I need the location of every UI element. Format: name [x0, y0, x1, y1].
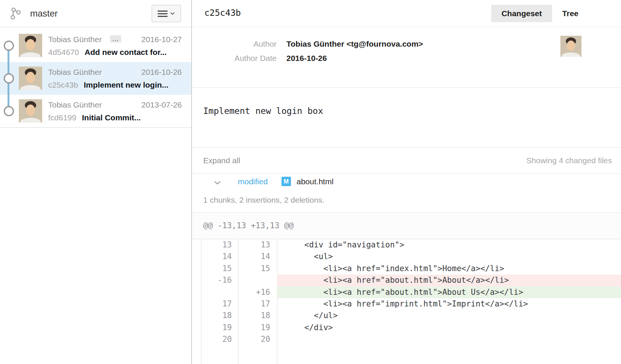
- diff-line: 20 20: [192, 334, 621, 345]
- commit-row-line1: Tobias Günther 2013-07-26: [48, 100, 182, 110]
- diff-line: 14 14 <ul>: [192, 251, 621, 262]
- commit-hash: c25c43b: [48, 80, 78, 89]
- branch-name: master: [30, 8, 58, 19]
- code-text: <li><a href="about.html">About</a></li>: [277, 275, 621, 286]
- commit-sha-title: c25c43b: [204, 8, 241, 18]
- old-line-number: 19: [192, 322, 238, 334]
- new-line-number: 20: [238, 334, 277, 345]
- avatar: [19, 99, 42, 123]
- app-window: master Tobias Günther... 2016-10-27: [0, 0, 621, 364]
- code-text: <div id="navigation">: [277, 239, 621, 251]
- code-text: </ul>: [277, 310, 621, 322]
- hamburger-menu-icon: [158, 9, 167, 18]
- detail-panel: c25c43b Changeset Tree AuthorTobias Günt…: [192, 0, 621, 364]
- old-line-number: 14: [192, 251, 238, 262]
- commit-meta-section: AuthorTobias Günther <tg@fournova.com> A…: [192, 27, 621, 87]
- diff-line: 18 18 </ul>: [192, 310, 621, 322]
- avatar: [19, 34, 42, 57]
- commit-date: 2013-07-26: [142, 100, 182, 110]
- meta-row-author: AuthorTobias Günther <tg@fournova.com>: [192, 39, 423, 49]
- author-avatar: [560, 36, 581, 57]
- tab-tree[interactable]: Tree: [552, 5, 589, 22]
- meta-label: Author Date: [192, 54, 277, 63]
- commit-author: Tobias Günther: [48, 68, 102, 76]
- diff-rows: 13 13 <div id="navigation"> 14 14 <ul> 1…: [192, 239, 621, 346]
- old-line-number: [192, 287, 238, 298]
- code-text: <li><a href="imprint.html">Imprint</a></…: [277, 298, 621, 310]
- new-line-number: 14: [238, 251, 277, 262]
- file-name: about.html: [297, 177, 333, 186]
- new-line-number: +16: [238, 287, 277, 298]
- commit-row[interactable]: Tobias Günther 2016-10-26 c25c43bImpleme…: [0, 62, 191, 95]
- new-line-number: 19: [238, 322, 277, 334]
- code-text: </div>: [277, 322, 621, 334]
- diff-line: -16 <li><a href="about.html">About</a></…: [192, 275, 621, 286]
- old-line-number: -16: [192, 275, 238, 286]
- meta-row-author-date: Author Date2016-10-26: [192, 54, 327, 63]
- old-line-number: 18: [192, 310, 238, 322]
- code-text: <li><a href="about.html">About Us</a></l…: [277, 287, 621, 298]
- diff-line: 19 19 </div>: [192, 322, 621, 334]
- new-line-number: 17: [238, 298, 277, 310]
- commit-row[interactable]: Tobias Günther... 2016-10-27 4d54670Add …: [0, 29, 191, 62]
- chunk-header: @@ -13,13 +13,13 @@: [192, 212, 621, 239]
- new-line-number: 18: [238, 310, 277, 322]
- changed-files-summary: Showing 4 changed files: [526, 156, 612, 165]
- commit-author: Tobias Günther: [48, 100, 102, 109]
- meta-value: 2016-10-26: [286, 54, 327, 62]
- code-text: <ul>: [277, 251, 621, 262]
- commit-ellipsis-badge: ...: [110, 35, 121, 42]
- history-panel: master Tobias Günther... 2016-10-27: [0, 0, 192, 364]
- old-line-number: 17: [192, 298, 238, 310]
- old-line-number: 13: [192, 239, 238, 251]
- commit-message: Implement new login...: [84, 80, 168, 89]
- commit-author: Tobias Günther: [48, 35, 102, 44]
- commit-message: Initial Commit...: [82, 113, 141, 122]
- commit-message: Implement new login box: [192, 87, 621, 147]
- file-header[interactable]: modified M about.html 1 chunks, 2 insert…: [192, 173, 621, 212]
- code-text: [277, 334, 621, 345]
- tab-changeset[interactable]: Changeset: [491, 5, 552, 22]
- commit-hash: 4d54670: [48, 48, 79, 56]
- meta-label: Author: [192, 39, 277, 49]
- avatar: [19, 67, 42, 90]
- diff-line: 17 17 <li><a href="imprint.html">Imprint…: [192, 298, 621, 310]
- commit-row-line2: fcd6199Initial Commit...: [48, 112, 141, 123]
- commit-hash: fcd6199: [48, 113, 76, 122]
- file-status-label: modified: [238, 177, 268, 186]
- commit-date: 2016-10-27: [142, 34, 182, 45]
- commit-node-icon: [4, 41, 14, 51]
- detail-header: c25c43b Changeset Tree: [192, 0, 621, 27]
- code-text: <li><a href="index.html">Home</a></li>: [277, 263, 621, 275]
- new-line-number: [238, 275, 277, 286]
- file-modified-badge: M: [282, 177, 291, 186]
- new-line-number: 15: [238, 263, 277, 275]
- old-line-number: 15: [192, 263, 238, 275]
- commit-list: Tobias Günther... 2016-10-27 4d54670Add …: [0, 27, 191, 128]
- old-line-number: 20: [192, 334, 238, 345]
- expand-all-button[interactable]: Expand all: [203, 156, 240, 165]
- history-options-button[interactable]: [152, 5, 181, 22]
- chevron-down-icon[interactable]: [214, 180, 221, 187]
- branch-header: master: [0, 0, 191, 27]
- commit-row-line2: c25c43bImplement new login...: [48, 80, 169, 90]
- diff-line: 13 13 <div id="navigation">: [192, 239, 621, 251]
- diff-line: 15 15 <li><a href="index.html">Home</a><…: [192, 263, 621, 275]
- commit-row-line1: Tobias Günther... 2016-10-27: [48, 34, 182, 45]
- commit-row-line2: 4d54670Add new contact for...: [48, 47, 167, 58]
- changeset-toolbar: Expand all Showing 4 changed files: [192, 147, 621, 173]
- commit-message: Add new contact for...: [85, 48, 167, 56]
- commit-row-line1: Tobias Günther 2016-10-26: [48, 67, 182, 77]
- meta-value: Tobias Günther <tg@fournova.com>: [286, 39, 423, 48]
- diff-view: 13 13 <div id="navigation"> 14 14 <ul> 1…: [192, 239, 621, 364]
- chevron-down-icon: [170, 12, 175, 15]
- diff-line: +16 <li><a href="about.html">About Us</a…: [192, 287, 621, 298]
- commit-node-icon: [4, 73, 14, 83]
- commit-date: 2016-10-26: [142, 67, 182, 77]
- file-change-stats: 1 chunks, 2 insertions, 2 deletions.: [203, 196, 324, 205]
- branch-icon: [10, 7, 21, 22]
- new-line-number: 13: [238, 239, 277, 251]
- view-mode-tabs: Changeset Tree: [491, 5, 589, 22]
- commit-row[interactable]: Tobias Günther 2013-07-26 fcd6199Initial…: [0, 95, 191, 127]
- commit-node-icon: [4, 106, 14, 116]
